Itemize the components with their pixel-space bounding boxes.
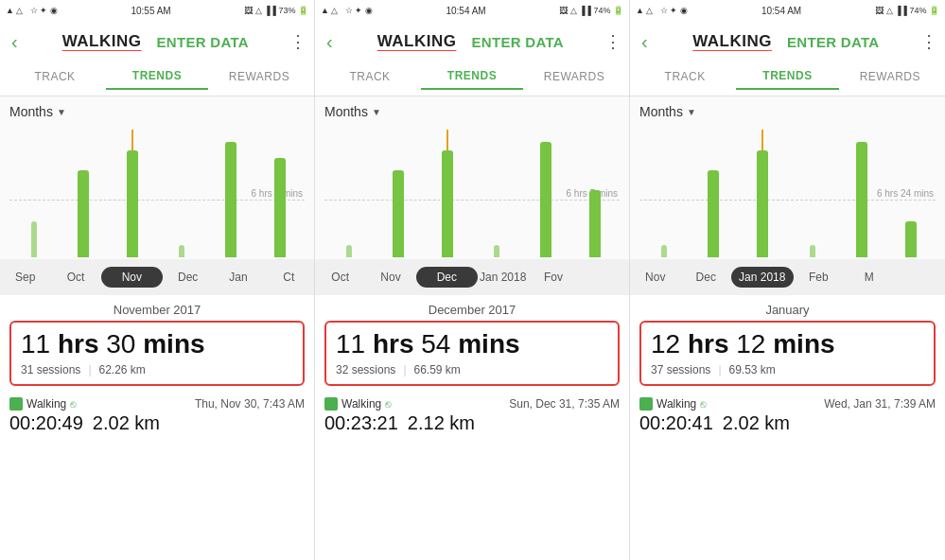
stats-box: 11 hrs 30 mins31 sessions|62.26 km [9, 321, 305, 386]
last-entry-stats: 00:20:49 2.02 km [9, 412, 305, 434]
activity-share-icon: ⎋ [385, 398, 392, 410]
tab-track[interactable]: TRACK [319, 70, 421, 89]
bar-3 [810, 245, 815, 257]
stats-section: January12 hrs 12 mins37 sessions|69.53 k… [630, 295, 945, 390]
month-label-5[interactable]: Ct [264, 271, 314, 284]
walking-icon [324, 397, 338, 411]
bar-group-2[interactable] [738, 130, 787, 257]
bar-group-5[interactable] [255, 130, 305, 257]
month-label-4[interactable]: Fov [528, 271, 578, 284]
tab-trends[interactable]: TRENDS [421, 69, 523, 90]
tab-rewards[interactable]: REWARDS [839, 70, 941, 89]
last-entry-dist: 2.02 km [93, 412, 160, 434]
enter-data-button[interactable]: ENTER DATA [472, 34, 564, 50]
month-label-0[interactable]: Nov [630, 271, 681, 284]
bar-1 [708, 170, 719, 257]
stats-mins-label: mins [773, 329, 834, 359]
month-label-0[interactable]: Sep [0, 271, 50, 284]
month-label-4[interactable]: Jan [213, 271, 263, 284]
tab-trends[interactable]: TRENDS [736, 69, 838, 90]
stats-sub-details: 31 sessions|62.26 km [21, 363, 293, 376]
back-button[interactable]: ‹ [8, 27, 22, 57]
tab-rewards[interactable]: REWARDS [523, 70, 625, 89]
top-header: ‹ WALKING ENTER DATA ⋮ [0, 21, 314, 62]
status-bar: ▲ △ ☆ ✦ ◉ 10:54 AM 🖼 △ ▐▐ 74% 🔋 [315, 0, 629, 21]
month-label-2[interactable]: Nov [101, 267, 163, 288]
bar-group-2[interactable] [423, 130, 472, 257]
month-label-3[interactable]: Feb [794, 271, 845, 284]
month-label-1[interactable]: Nov [365, 271, 415, 284]
walking-icon [639, 397, 653, 411]
stats-mins-label: mins [143, 329, 204, 359]
stats-box: 11 hrs 54 mins32 sessions|66.59 km [324, 321, 620, 386]
stats-sessions: 31 sessions [21, 363, 80, 376]
bar-group-0[interactable] [324, 130, 374, 257]
months-dropdown[interactable]: Months▼ [9, 104, 66, 119]
bar-group-4[interactable] [521, 130, 570, 257]
walking-icon [9, 397, 23, 411]
months-dropdown[interactable]: Months▼ [639, 104, 696, 119]
months-label: Months [639, 104, 683, 119]
enter-data-button[interactable]: ENTER DATA [787, 34, 879, 50]
more-menu-button[interactable]: ⋮ [289, 31, 306, 52]
month-label-0[interactable]: Oct [315, 271, 365, 284]
stats-hrs-label: hrs [373, 329, 414, 359]
bar-group-5[interactable] [886, 130, 936, 257]
more-menu-button[interactable]: ⋮ [920, 31, 937, 52]
month-label-2[interactable]: Jan 2018 [731, 267, 794, 288]
last-entry-date: Sun, Dec 31, 7:35 AM [509, 397, 620, 411]
enter-data-button[interactable]: ENTER DATA [157, 34, 249, 50]
bar-5 [274, 158, 286, 257]
back-button[interactable]: ‹ [323, 27, 337, 57]
bar-group-0[interactable] [9, 130, 59, 257]
status-bar: ▲ △ ☆ ✦ ◉ 10:55 AM 🖼 △ ▐▐ 73% 🔋 [0, 0, 314, 21]
bar-group-4[interactable] [206, 130, 255, 257]
months-label: Months [324, 104, 368, 119]
bar-group-3[interactable] [472, 130, 521, 257]
bar-group-3[interactable] [788, 130, 837, 257]
months-dropdown[interactable]: Months▼ [324, 104, 381, 119]
last-entry-dist: 2.02 km [723, 412, 790, 434]
tabs-bar: TRACKTRENDSREWARDS [630, 62, 945, 96]
stats-time-display: 11 hrs 54 mins [336, 330, 608, 359]
month-label-1[interactable]: Dec [681, 271, 732, 284]
back-button[interactable]: ‹ [638, 27, 652, 57]
chart-area: Months▼6 hrs 7 minsSepOctNovDecJanCt [0, 96, 314, 295]
tab-track[interactable]: TRACK [634, 70, 736, 89]
stats-mins-label: mins [458, 329, 519, 359]
bar-group-4[interactable] [837, 130, 886, 257]
panel-2: ▲ △ ☆ ✦ ◉ 10:54 AM 🖼 △ ▐▐ 74% 🔋 ‹ WALKIN… [315, 0, 630, 560]
last-entry-time: 00:20:49 [9, 412, 83, 434]
month-label-3[interactable]: Dec [163, 271, 213, 284]
month-label-2[interactable]: Dec [416, 267, 478, 288]
more-menu-button[interactable]: ⋮ [604, 31, 621, 52]
bar-group-3[interactable] [157, 130, 206, 257]
bar-group-2[interactable] [108, 130, 157, 257]
month-label-4[interactable]: M [844, 271, 895, 284]
bar-group-1[interactable] [59, 130, 108, 257]
bar-group-1[interactable] [374, 130, 423, 257]
tab-rewards[interactable]: REWARDS [208, 70, 310, 89]
stats-section: December 201711 hrs 54 mins32 sessions|6… [315, 295, 629, 390]
chart-bars-container [315, 130, 629, 257]
last-entry-stats: 00:20:41 2.02 km [639, 412, 936, 434]
tab-track[interactable]: TRACK [4, 70, 106, 89]
month-label-3[interactable]: Jan 2018 [478, 271, 528, 284]
stats-sessions: 32 sessions [336, 363, 395, 376]
bar-2 [442, 150, 453, 257]
month-label-1[interactable]: Oct [50, 271, 100, 284]
dropdown-arrow-icon: ▼ [687, 107, 696, 117]
walking-activity-label: Walking ⎋ [324, 397, 392, 411]
stats-sessions: 37 sessions [651, 363, 710, 376]
bar-2 [127, 150, 138, 257]
last-entry-stats: 00:23:21 2.12 km [324, 412, 620, 434]
bar-group-5[interactable] [570, 130, 620, 257]
app-title: WALKING [377, 32, 457, 51]
tab-trends[interactable]: TRENDS [106, 69, 208, 90]
status-time: 10:54 AM [761, 6, 801, 16]
dropdown-arrow-icon: ▼ [372, 107, 381, 117]
bar-group-0[interactable] [639, 130, 689, 257]
walking-activity-label: Walking ⎋ [9, 397, 77, 411]
stats-month-label: December 2017 [324, 303, 620, 317]
bar-group-1[interactable] [689, 130, 738, 257]
